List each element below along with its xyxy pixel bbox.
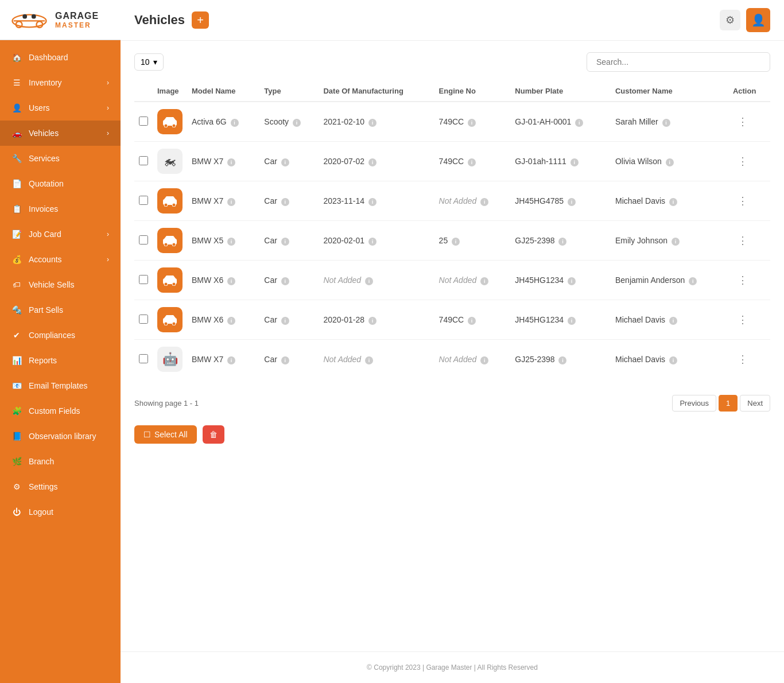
more-actions-button-7[interactable]: ⋮ [733, 351, 752, 368]
user-profile-button[interactable]: 👤 [746, 8, 770, 32]
model-info-icon[interactable]: i [231, 119, 239, 127]
engine-info-icon[interactable]: i [452, 238, 460, 246]
sidebar-item-quotation[interactable]: 📄 Quotation [0, 171, 121, 196]
image-cell [153, 300, 187, 340]
type-info-icon[interactable]: i [281, 317, 289, 325]
more-actions-button-6[interactable]: ⋮ [733, 311, 752, 328]
plate-info-icon[interactable]: i [568, 198, 576, 206]
engine-info-icon[interactable]: i [468, 119, 476, 127]
row-checkbox-4[interactable] [139, 235, 148, 245]
engine-info-icon[interactable]: i [480, 277, 488, 285]
more-actions-button-1[interactable]: ⋮ [733, 113, 752, 130]
svg-point-5 [32, 14, 36, 19]
previous-page-button[interactable]: Previous [672, 395, 716, 412]
plate-info-icon[interactable]: i [568, 277, 576, 285]
customer-info-icon[interactable]: i [689, 277, 697, 285]
sidebar-item-invoices[interactable]: 📋 Invoices [0, 196, 121, 222]
type-info-icon[interactable]: i [281, 158, 289, 166]
delete-selected-button[interactable]: 🗑 [203, 425, 224, 444]
row-checkbox-5[interactable] [139, 275, 148, 284]
customer-cell: Michael Davis i [611, 181, 728, 221]
sidebar-item-vehicle-sells[interactable]: 🏷 Vehicle Sells [0, 272, 121, 297]
sidebar-item-reports[interactable]: 📊 Reports [0, 348, 121, 373]
sidebar-item-job-card[interactable]: 📝 Job Card › [0, 222, 121, 247]
model-info-icon[interactable]: i [227, 238, 235, 246]
model-info-icon[interactable]: i [227, 356, 235, 364]
model-info-icon[interactable]: i [227, 158, 235, 166]
svg-point-16 [164, 243, 168, 246]
page-1-button[interactable]: 1 [719, 395, 738, 412]
date-info-icon[interactable]: i [365, 356, 373, 364]
date-info-icon[interactable]: i [368, 119, 377, 127]
sidebar-item-inventory[interactable]: ☰ Inventory › [0, 70, 121, 95]
type-info-icon[interactable]: i [281, 198, 289, 206]
sidebar-item-compliances[interactable]: ✔ Compliances [0, 323, 121, 348]
type-info-icon[interactable]: i [281, 277, 289, 285]
type-info-icon[interactable]: i [281, 238, 289, 246]
next-page-button[interactable]: Next [740, 395, 770, 412]
model-info-icon[interactable]: i [227, 277, 235, 285]
date-info-icon[interactable]: i [368, 238, 377, 246]
email-templates-icon: 📧 [11, 381, 22, 391]
more-actions-button-2[interactable]: ⋮ [733, 153, 752, 170]
row-checkbox-7[interactable] [139, 354, 148, 363]
search-input[interactable] [587, 52, 770, 72]
date-info-icon[interactable]: i [368, 158, 377, 166]
customer-info-icon[interactable]: i [662, 119, 670, 127]
plate-info-icon[interactable]: i [558, 356, 566, 364]
date-cell: 2021-02-10 i [319, 102, 434, 142]
sidebar-item-services[interactable]: 🔧 Services [0, 146, 121, 171]
engine-info-icon[interactable]: i [480, 356, 488, 364]
svg-point-9 [172, 124, 176, 127]
sidebar-item-custom-fields[interactable]: 🧩 Custom Fields [0, 398, 121, 424]
customer-info-icon[interactable]: i [669, 356, 677, 364]
sidebar-item-email-templates[interactable]: 📧 Email Templates [0, 373, 121, 398]
type-info-icon[interactable]: i [281, 356, 289, 364]
main-content: Vehicles + ⚙ 👤 10 ▾ [121, 0, 784, 683]
model-info-icon[interactable]: i [227, 198, 235, 206]
more-actions-button-3[interactable]: ⋮ [733, 192, 752, 209]
sidebar-item-logout[interactable]: ⏻ Logout [0, 499, 121, 525]
engine-info-icon[interactable]: i [480, 198, 488, 206]
sidebar-item-settings[interactable]: ⚙ Settings [0, 474, 121, 499]
select-all-button[interactable]: ☐ Select All [134, 425, 197, 444]
engine-cell: Not Added i [434, 181, 511, 221]
sidebar-item-accounts[interactable]: 💰 Accounts › [0, 247, 121, 272]
plate-info-icon[interactable]: i [558, 238, 566, 246]
settings-gear-button[interactable]: ⚙ [720, 10, 740, 30]
row-checkbox-1[interactable] [139, 117, 148, 126]
sidebar-item-dashboard[interactable]: 🏠 Dashboard [0, 45, 121, 70]
model-info-icon[interactable]: i [227, 317, 235, 325]
chevron-right-icon: › [107, 129, 109, 137]
engine-info-icon[interactable]: i [468, 317, 476, 325]
customer-info-icon[interactable]: i [669, 317, 677, 325]
date-info-icon[interactable]: i [368, 317, 377, 325]
sidebar-item-vehicles[interactable]: 🚗 Vehicles › [0, 121, 121, 146]
plate-info-icon[interactable]: i [570, 158, 579, 166]
sidebar-item-observation-library[interactable]: 📘 Observation library [0, 424, 121, 449]
date-info-icon[interactable]: i [368, 198, 377, 206]
sidebar-item-branch[interactable]: 🌿 Branch [0, 449, 121, 474]
sidebar-item-part-sells[interactable]: 🔩 Part Sells [0, 297, 121, 323]
type-info-icon[interactable]: i [293, 119, 301, 127]
engine-info-icon[interactable]: i [468, 158, 476, 166]
plate-info-icon[interactable]: i [575, 119, 583, 127]
add-vehicle-button[interactable]: + [192, 11, 209, 29]
action-cell: ⋮ [728, 142, 770, 181]
sidebar-item-users[interactable]: 👤 Users › [0, 95, 121, 121]
row-checkbox-6[interactable] [139, 315, 148, 324]
model-name-cell: Activa 6G i [187, 102, 259, 142]
more-actions-button-4[interactable]: ⋮ [733, 232, 752, 249]
date-info-icon[interactable]: i [365, 277, 373, 285]
customer-info-icon[interactable]: i [666, 158, 674, 166]
more-actions-button-5[interactable]: ⋮ [733, 271, 752, 289]
row-checkbox-3[interactable] [139, 196, 148, 205]
per-page-select[interactable]: 10 ▾ [134, 53, 164, 71]
plate-info-icon[interactable]: i [568, 317, 576, 325]
customer-info-icon[interactable]: i [669, 198, 677, 206]
table-row: BMW X5 i Car i 2020-02-01 i 25 i GJ25-23… [134, 221, 770, 261]
row-checkbox-2[interactable] [139, 156, 148, 165]
sidebar-label-reports: Reports [29, 356, 57, 365]
customer-info-icon[interactable]: i [672, 238, 680, 246]
logo-sub: MASTER [55, 21, 99, 29]
